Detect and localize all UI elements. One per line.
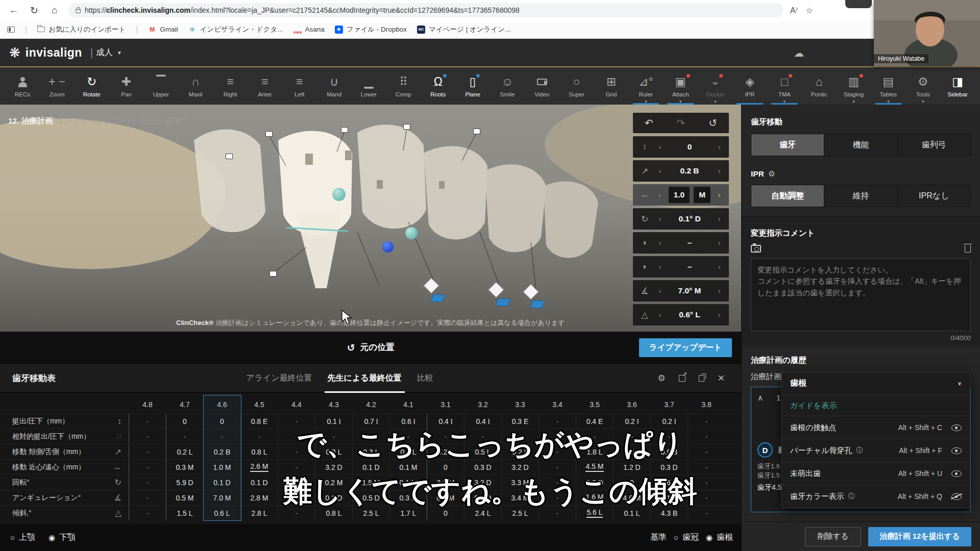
decrement-chevron-icon[interactable]: ‹	[654, 287, 666, 295]
tm-cell[interactable]: 0.6 L	[203, 506, 240, 520]
roots-menu-item[interactable]: 未萌出歯Alt + Shift + U	[782, 462, 970, 485]
tm-cell[interactable]: -	[688, 444, 725, 459]
tm-cell[interactable]: 1.1 D	[650, 490, 688, 505]
tm-cell[interactable]: 0.2 L	[501, 444, 538, 459]
tm-cell[interactable]: 0.8 L	[240, 444, 278, 459]
tm-cell[interactable]: 0.6 I	[389, 414, 427, 429]
tooth-column-header[interactable]: 3.5	[576, 396, 613, 413]
table-tab[interactable]: 先生による最終位置	[328, 363, 402, 393]
bookmark-folder[interactable]: お気に入りのインポート	[37, 25, 126, 34]
tm-cell[interactable]: 0.5 L	[464, 444, 501, 459]
tm-cell[interactable]: 0	[427, 506, 464, 520]
tool-sidebar[interactable]: ◨Sidebar	[940, 67, 975, 105]
tm-cell[interactable]: -	[650, 429, 688, 444]
undo-icon[interactable]: ↶	[645, 117, 653, 129]
tm-cell[interactable]: 4.5 M	[576, 460, 613, 474]
tm-cell[interactable]: -	[278, 429, 315, 444]
tool-pontic[interactable]: ⌂Pontic	[802, 67, 837, 105]
tm-cell[interactable]: 0.1 D	[203, 475, 240, 490]
decrement-chevron-icon[interactable]: ‹	[654, 263, 666, 271]
tool-grid[interactable]: ⊞Grid	[594, 67, 629, 105]
eye-icon[interactable]	[951, 447, 962, 454]
tm-cell[interactable]: 0.3 M	[389, 490, 427, 505]
tm-cell[interactable]: 2.6 M	[240, 460, 278, 474]
selected-point-sphere[interactable]	[382, 241, 394, 253]
tm-cell[interactable]: 5.9 D	[166, 475, 203, 490]
tm-cell[interactable]: 1.2 D	[613, 460, 650, 474]
refresh-icon[interactable]: ↻	[28, 5, 41, 16]
tm-cell[interactable]: 0.3 M	[166, 460, 203, 474]
address-bar[interactable]: https://clincheck.invisalign.com/index.h…	[68, 3, 783, 17]
eye-icon[interactable]	[951, 424, 962, 431]
tool-staging[interactable]: ▥Staging▼	[837, 67, 871, 105]
roots-menu-item[interactable]: バーチャル骨穿孔ⓘAlt + Shift + F	[782, 439, 970, 462]
tool-mand[interactable]: ∪Mand	[317, 67, 352, 105]
tm-cell[interactable]: -	[129, 444, 166, 459]
original-position-button[interactable]: ↺ 元の位置	[347, 342, 394, 354]
tool-rotate[interactable]: ↻Rotate	[75, 67, 109, 105]
tooth-column-header[interactable]: 4.8	[129, 396, 166, 413]
tm-cell[interactable]: 0.6 D	[650, 475, 688, 490]
tooth-column-header[interactable]: 3.6	[613, 396, 650, 413]
tool-anter[interactable]: ≡Anter	[248, 67, 282, 105]
pressure-point-sphere[interactable]	[405, 227, 418, 239]
movement-tab-歯列弓[interactable]: 歯列弓	[898, 134, 970, 156]
decrement-chevron-icon[interactable]: ‹	[654, 143, 666, 151]
increment-chevron-icon[interactable]: ›	[714, 239, 725, 247]
back-icon[interactable]: ←	[7, 5, 20, 16]
tm-cell[interactable]: 0.4 E	[576, 414, 613, 429]
tm-cell[interactable]: 0.2 B	[203, 444, 240, 459]
tooth-column-header[interactable]: 3.2	[464, 396, 501, 413]
tm-cell[interactable]: 0	[613, 444, 650, 459]
tooth-column-header[interactable]: 3.7	[650, 396, 688, 413]
webcam-video-overlay[interactable]: Hiroyuki Watabe	[874, 0, 980, 66]
tm-cell[interactable]: -	[315, 429, 352, 444]
tm-cell[interactable]: -	[576, 429, 613, 444]
tool-tables[interactable]: ▤Tables▼	[871, 67, 905, 105]
tm-cell[interactable]: 3.3 M	[501, 475, 538, 490]
tm-cell[interactable]: 0.2 D	[464, 490, 501, 505]
tm-cell[interactable]: 2.5 L	[501, 506, 538, 520]
tm-cell[interactable]: -	[278, 460, 315, 474]
bookmark-invis[interactable]: ✳インビザライン・ドクタ...	[188, 25, 283, 34]
live-update-button[interactable]: ライブアップデート	[639, 338, 732, 357]
tm-cell[interactable]: -	[613, 429, 650, 444]
tool-ipr[interactable]: ◈IPR	[732, 67, 767, 105]
tm-cell[interactable]: 1.8 L	[576, 444, 613, 459]
delete-button[interactable]: 削除する	[805, 527, 861, 546]
tm-cell[interactable]: -	[538, 506, 576, 520]
comment-textarea[interactable]: 変更指示コメントを入力してください。 コメントに参照する歯牙を挿入する場合は、「…	[751, 259, 971, 331]
trash-icon[interactable]	[965, 245, 971, 253]
table-settings-gear-icon[interactable]: ⚙	[658, 373, 666, 384]
tool-left[interactable]: ≡Left	[282, 67, 317, 105]
tm-cell[interactable]: 0	[203, 414, 240, 429]
patient-type-dropdown[interactable]: 成人 ▼	[96, 47, 122, 58]
tool-plane[interactable]: ▯Plane	[455, 67, 490, 105]
tm-cell[interactable]: 1.5 M	[352, 475, 389, 490]
ipr-tab-自動調整[interactable]: 自動調整	[751, 185, 824, 207]
movement-tab-歯牙[interactable]: 歯牙	[751, 134, 824, 156]
tm-cell[interactable]: 5.6 L	[576, 506, 613, 520]
tm-cell[interactable]: 4.3 B	[650, 506, 688, 520]
tm-cell[interactable]: -	[278, 475, 315, 490]
ipr-settings-gear-icon[interactable]: ⚙	[768, 169, 775, 179]
tm-cell[interactable]: -	[501, 429, 538, 444]
tm-cell[interactable]: 0.1 L	[613, 506, 650, 520]
tm-cell[interactable]: -	[538, 429, 576, 444]
tm-cell[interactable]: -	[352, 429, 389, 444]
decrement-chevron-icon[interactable]: ‹	[654, 215, 666, 223]
tooth-marker[interactable]	[403, 124, 410, 130]
tool-occlus[interactable]: ◒Occlus▼	[698, 67, 732, 105]
tm-cell[interactable]: -	[538, 475, 576, 490]
roots-menu-item[interactable]: 歯牙カラー表示ⓘAlt + Shift + Q	[782, 485, 970, 508]
tm-cell[interactable]: 0.2 L	[166, 444, 203, 459]
tm-cell[interactable]: -	[538, 460, 576, 474]
tm-cell[interactable]: 0.2 I	[650, 414, 688, 429]
tm-cell[interactable]: 0.1 I	[315, 414, 352, 429]
tooth-column-header[interactable]: 4.4	[278, 396, 315, 413]
tm-cell[interactable]: 3.2 D	[464, 475, 501, 490]
table-copy-icon[interactable]	[699, 375, 704, 382]
tool-comp[interactable]: ⠿Comp	[386, 67, 421, 105]
tm-cell[interactable]: 2.4 L	[464, 506, 501, 520]
tm-cell[interactable]: 1.5 L	[166, 506, 203, 520]
